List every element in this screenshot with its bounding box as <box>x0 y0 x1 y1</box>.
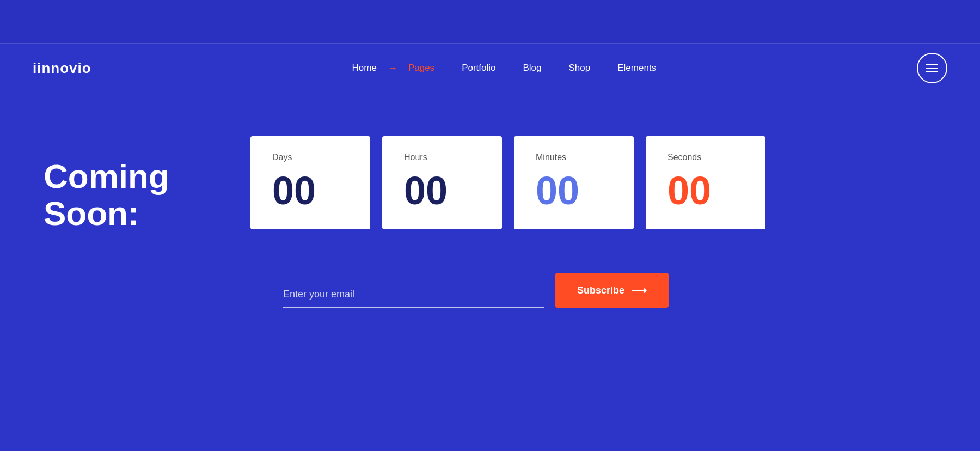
logo-name: innovio <box>37 60 91 76</box>
hamburger-line-2 <box>926 68 938 69</box>
email-section: Subscribe ⟶ <box>283 273 936 308</box>
seconds-label: Seconds <box>667 153 744 162</box>
hours-card: Hours 00 <box>382 136 502 229</box>
countdown-section: Days 00 Hours 00 Minutes 00 Seconds 00 <box>250 136 936 308</box>
countdown-grid: Days 00 Hours 00 Minutes 00 Seconds 00 <box>250 136 936 229</box>
main-nav: Home → Pages Portfolio Blog Shop Element… <box>352 63 657 74</box>
nav-shop[interactable]: Shop <box>569 63 591 74</box>
nav-portfolio[interactable]: Portfolio <box>462 63 495 74</box>
nav-home[interactable]: Home <box>352 63 377 74</box>
nav-pages[interactable]: Pages <box>408 63 434 74</box>
subscribe-label: Subscribe <box>577 285 624 296</box>
subscribe-arrow-icon: ⟶ <box>631 284 647 297</box>
nav-blog[interactable]: Blog <box>523 63 542 74</box>
main-content: Coming Soon: Days 00 Hours 00 Minutes 00… <box>0 93 980 409</box>
nav-elements[interactable]: Elements <box>617 63 656 74</box>
minutes-card: Minutes 00 <box>514 136 634 229</box>
hours-value: 00 <box>404 171 480 210</box>
logo-text: iinnovio <box>33 60 91 77</box>
hamburger-line-3 <box>926 71 938 72</box>
minutes-value: 00 <box>536 171 612 210</box>
subscribe-button[interactable]: Subscribe ⟶ <box>555 273 669 308</box>
days-label: Days <box>272 153 348 162</box>
hours-label: Hours <box>404 153 480 162</box>
top-bar <box>0 0 980 44</box>
days-value: 00 <box>272 171 348 210</box>
logo-bracket: i <box>33 60 37 77</box>
coming-soon-heading: Coming Soon: <box>44 158 218 232</box>
nav-arrow-icon: → <box>388 63 397 74</box>
logo: iinnovio <box>33 60 91 77</box>
minutes-label: Minutes <box>536 153 612 162</box>
seconds-value: 00 <box>667 171 744 210</box>
hamburger-menu-button[interactable] <box>917 53 947 83</box>
days-card: Days 00 <box>250 136 370 229</box>
header: iinnovio Home → Pages Portfolio Blog Sho… <box>0 44 980 93</box>
email-input-wrapper <box>283 282 544 308</box>
email-input[interactable] <box>283 282 544 308</box>
hamburger-line-1 <box>926 64 938 65</box>
seconds-card: Seconds 00 <box>646 136 765 229</box>
